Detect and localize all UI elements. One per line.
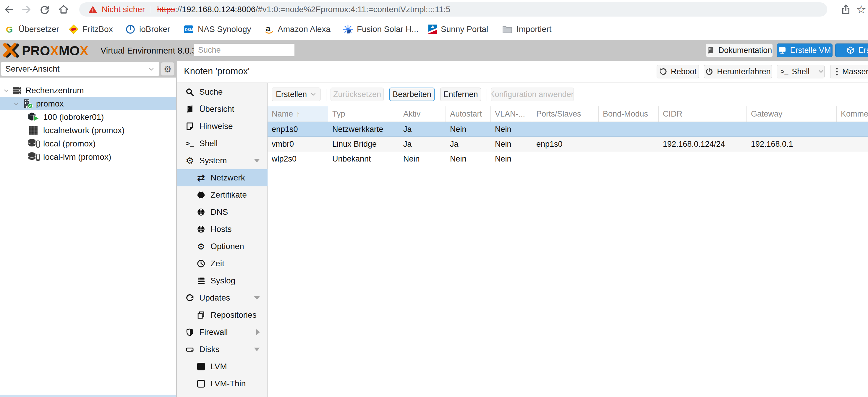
table-row-enp1s0[interactable]: enp1s0 Netzwerkkarte Ja Nein Nein <box>268 122 868 137</box>
expand-arrow-icon[interactable] <box>256 329 260 335</box>
gear-icon: ⚙ <box>195 242 207 252</box>
proxmox-wordmark: PROXMOX <box>22 44 88 58</box>
nav-item-uebersicht[interactable]: Übersicht <box>177 101 268 118</box>
nav-item-syslog[interactable]: Syslog <box>177 272 268 289</box>
tree-bottom-highlight <box>0 395 176 397</box>
chevron-down-icon[interactable] <box>13 101 20 107</box>
create-menu-button[interactable]: Erstellen <box>272 88 320 101</box>
create-ct-button[interactable]: Erstelle CT <box>835 44 868 57</box>
tree-item-rechenzentrum[interactable]: Rechenzentrum <box>0 84 176 97</box>
chevron-down-icon[interactable] <box>3 87 9 94</box>
bookmark-star-button[interactable]: ☆ <box>855 3 868 16</box>
bookmark-sunny-portal[interactable]: Sunny Portal <box>428 19 488 40</box>
cell-cidr <box>659 122 747 137</box>
collapse-arrow-icon[interactable] <box>254 296 260 300</box>
share-button[interactable] <box>839 3 852 16</box>
reboot-button[interactable]: Reboot <box>657 65 699 78</box>
globe-icon <box>195 208 207 216</box>
nav-item-optionen[interactable]: ⚙ Optionen <box>177 238 268 255</box>
column-header-kommentar[interactable]: Kommentar <box>837 106 868 121</box>
column-header-name[interactable]: Name↑ <box>268 106 328 121</box>
url-separator: :// <box>175 5 182 14</box>
nav-item-updates[interactable]: Updates <box>177 289 268 307</box>
nav-item-lvm[interactable]: LVM <box>177 358 268 375</box>
terminal-icon: >_ <box>184 139 196 148</box>
logo-part: X <box>80 44 88 58</box>
column-header-autostart[interactable]: Autostart <box>446 106 491 121</box>
tree-item-local-lvm-storage[interactable]: local-lvm (promox) <box>0 150 176 164</box>
bookmark-importiert[interactable]: Importiert <box>502 19 551 40</box>
shutdown-button[interactable]: Herunterfahren <box>704 65 772 78</box>
nav-item-label: Updates <box>199 293 230 303</box>
global-search-input[interactable] <box>194 44 294 56</box>
column-header-typ[interactable]: Typ <box>328 106 399 121</box>
column-header-ports-slaves[interactable]: Ports/Slaves <box>532 106 599 121</box>
copy-pages-icon <box>195 311 207 319</box>
bookmark-fusion-solar[interactable]: Fusion Solar H... <box>343 19 418 40</box>
tree-item-vm-100[interactable]: 100 (iobroker01) <box>0 110 176 124</box>
cell-kommentar <box>837 137 868 151</box>
shell-button[interactable]: >_ Shell <box>777 65 825 78</box>
power-icon <box>705 67 713 76</box>
bulk-actions-button[interactable]: Massenaktionen <box>830 65 868 78</box>
chevron-down-icon <box>310 91 316 97</box>
revert-button[interactable]: Zurücksetzen <box>331 88 384 101</box>
create-vm-button[interactable]: Erstelle VM <box>777 44 833 57</box>
table-row-wlp2s0[interactable]: wlp2s0 Unbekannt Nein Nein Nein <box>268 151 868 166</box>
bookmark-fritzbox[interactable]: FritzBox <box>69 19 113 40</box>
tree-item-local-storage[interactable]: local (promox) <box>0 137 176 150</box>
reload-button[interactable] <box>38 3 52 16</box>
forward-button[interactable] <box>20 3 33 16</box>
nav-item-firewall[interactable]: Firewall <box>177 323 268 341</box>
nav-item-label: Netzwerk <box>211 173 245 182</box>
tree-item-promox[interactable]: promox <box>0 97 176 110</box>
nav-item-dns[interactable]: DNS <box>177 203 268 221</box>
edit-button[interactable]: Bearbeiten <box>390 88 435 101</box>
column-header-aktiv[interactable]: Aktiv <box>399 106 446 121</box>
column-header-bond-modus[interactable]: Bond-Modus <box>599 106 659 121</box>
nav-item-shell[interactable]: >_ Shell <box>177 135 268 152</box>
documentation-button[interactable]: Dokumentation <box>706 44 773 57</box>
nav-item-repositories[interactable]: Repositories <box>177 307 268 323</box>
address-bar[interactable]: Nicht sicher https://192.168.0.124:8006/… <box>79 2 827 17</box>
table-row-vmbr0[interactable]: vmbr0 Linux Bridge Ja Ja Nein enp1s0 192… <box>268 137 868 151</box>
apply-config-button[interactable]: Konfiguration anwenden <box>491 88 574 101</box>
logo-part: X <box>50 44 59 58</box>
back-button[interactable] <box>2 3 16 16</box>
view-selector[interactable]: Server-Ansicht <box>1 62 159 76</box>
nav-item-zertifikate[interactable]: Zertifikate <box>177 187 268 203</box>
tree-item-localnetwork[interactable]: localnetwork (promox) <box>0 124 176 137</box>
security-warning[interactable]: Nicht sicher <box>102 5 145 14</box>
bookmark-iobroker[interactable]: ioBroker <box>125 19 170 40</box>
column-header-cidr[interactable]: CIDR <box>659 106 747 121</box>
column-label: CIDR <box>663 110 682 118</box>
home-button[interactable] <box>57 3 70 16</box>
column-header-gateway[interactable]: Gateway <box>747 106 837 121</box>
container-running-icon <box>28 112 40 122</box>
bookmark-uebersetzer[interactable]: G Übersetzer <box>5 19 59 40</box>
collapse-arrow-icon[interactable] <box>254 159 260 163</box>
nav-item-suche[interactable]: Suche <box>177 83 268 101</box>
nav-item-disks[interactable]: Disks <box>177 341 268 358</box>
nav-item-hosts[interactable]: Hosts <box>177 221 268 238</box>
nav-item-hinweise[interactable]: Hinweise <box>177 118 268 135</box>
edit-label: Bearbeiten <box>393 90 431 99</box>
column-header-vlan[interactable]: VLAN-... <box>491 106 532 121</box>
nav-item-netzwerk[interactable]: ⇄ Netzwerk <box>177 169 268 187</box>
bookmark-amazon-alexa[interactable]: a Amazon Alexa <box>264 19 331 40</box>
nav-item-lvm-thin[interactable]: LVM-Thin <box>177 375 268 392</box>
nav-item-label: Firewall <box>199 328 228 337</box>
page-url[interactable]: https://192.168.0.124:8006/#v1:0:=node%2… <box>157 5 450 14</box>
create-label: Erstellen <box>276 90 307 99</box>
view-selector-value: Server-Ansicht <box>5 64 60 74</box>
nav-item-zeit[interactable]: Zeit <box>177 255 268 272</box>
tree-settings-button[interactable]: ⚙ <box>161 62 175 76</box>
cell-vlan: Nein <box>491 122 532 137</box>
back-icon <box>4 4 14 15</box>
nav-item-system[interactable]: ⚙ System <box>177 152 268 169</box>
collapse-arrow-icon[interactable] <box>254 348 260 351</box>
bookmark-nas-synology[interactable]: DSM NAS Synology <box>183 19 251 40</box>
cell-ports-slaves: enp1s0 <box>532 137 599 151</box>
remove-button[interactable]: Entfernen <box>440 88 481 101</box>
gears-icon: ⚙ <box>184 155 196 166</box>
